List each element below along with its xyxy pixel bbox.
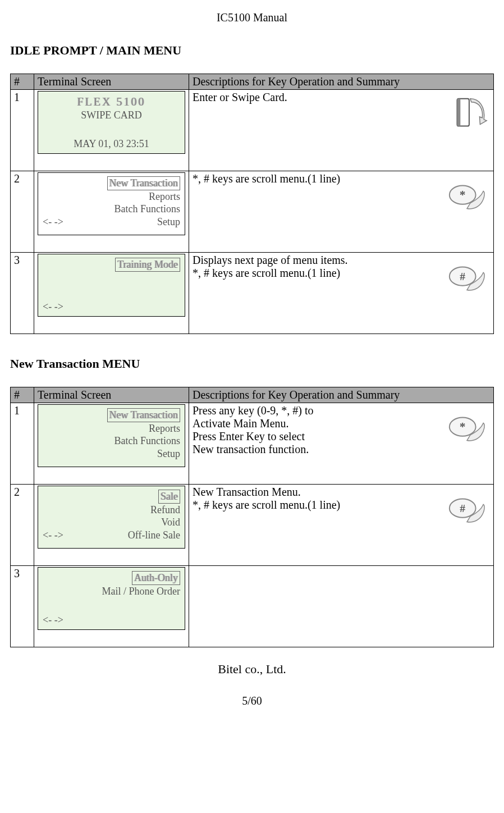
row-number: 1 (11, 403, 34, 485)
idle-prompt-table: # Terminal Screen Descriptions for Key O… (10, 74, 494, 334)
table-header-row: # Terminal Screen Descriptions for Key O… (11, 74, 494, 90)
new-transaction-table: # Terminal Screen Descriptions for Key O… (10, 387, 494, 647)
svg-text:*: * (460, 420, 466, 433)
table-row: 2 New Transaction Reports Batch Function… (11, 171, 494, 253)
svg-text:#: # (460, 271, 465, 282)
star-key-press-icon: * (444, 175, 490, 221)
terminal-highlighted: New Transaction (107, 408, 181, 422)
terminal-nav-arrows: <- -> (43, 300, 180, 313)
description-cell: Displays next page of menu items. *, # k… (189, 253, 494, 334)
table-row: 3 Auth-Only Mail / Phone Order <- -> (11, 566, 494, 647)
header-desc: Descriptions for Key Operation and Summa… (189, 74, 494, 90)
terminal-screen: New Transaction Reports Batch Functions … (38, 172, 185, 235)
terminal-line: Refund (43, 504, 180, 517)
terminal-screen-cell: New Transaction Reports Batch Functions … (34, 403, 189, 485)
header-screen: Terminal Screen (34, 387, 189, 403)
terminal-screen-cell: Training Mode <- -> (34, 253, 189, 334)
row-number: 2 (11, 485, 34, 566)
terminal-screen: Auth-Only Mail / Phone Order <- -> (38, 567, 185, 630)
terminal-line: SWIPE CARD (43, 109, 180, 122)
description-text: Enter or Swipe Card. (193, 91, 441, 104)
table-row: 1 New Transaction Reports Batch Function… (11, 403, 494, 485)
hash-key-press-icon: # (444, 256, 490, 302)
header-desc: Descriptions for Key Operation and Summa… (189, 387, 494, 403)
description-text: Press any key (0-9, *, #) to Activate Ma… (193, 404, 441, 456)
star-key-press-icon: * (444, 406, 490, 453)
header-screen: Terminal Screen (34, 74, 189, 90)
terminal-title: FLEX 5100 (77, 95, 146, 108)
terminal-screen: Sale Refund Void <- -> Off-line Sale (38, 486, 185, 549)
terminal-line: MAY 01, 03 23:51 (43, 138, 180, 150)
terminal-nav-arrows: <- -> (43, 216, 63, 229)
terminal-line: Mail / Phone Order (43, 585, 180, 598)
svg-text:*: * (460, 188, 466, 202)
terminal-line: Off-line Sale (128, 529, 180, 542)
terminal-line: Batch Functions (43, 435, 180, 447)
svg-text:#: # (460, 503, 465, 514)
svg-rect-1 (457, 99, 460, 126)
description-cell: New Transaction Menu. *, # keys are scro… (189, 485, 494, 566)
section-heading-new-transaction: New Transaction MENU (10, 357, 494, 371)
terminal-nav-arrows: <- -> (43, 614, 180, 627)
description-cell: *, # keys are scroll menu.(1 line) * (189, 171, 494, 253)
header-num: # (11, 387, 34, 403)
table-row: 1 FLEX 5100 SWIPE CARD MAY 01, 03 23:51 … (11, 90, 494, 171)
table-row: 2 Sale Refund Void <- -> Off-line Sale N… (11, 485, 494, 566)
swipe-card-icon (444, 93, 490, 139)
row-number: 3 (11, 253, 34, 334)
terminal-line: Reports (43, 422, 180, 435)
row-number: 3 (11, 566, 34, 647)
description-cell: Enter or Swipe Card. (189, 90, 494, 171)
row-number: 2 (11, 171, 34, 253)
hash-key-press-icon: # (444, 488, 490, 534)
terminal-screen: Training Mode <- -> (38, 254, 185, 317)
description-text: New Transaction Menu. *, # keys are scro… (193, 486, 441, 511)
description-cell (189, 566, 494, 647)
terminal-screen-cell: New Transaction Reports Batch Functions … (34, 171, 189, 253)
terminal-screen-cell: FLEX 5100 SWIPE CARD MAY 01, 03 23:51 (34, 90, 189, 171)
terminal-highlighted: Auth-Only (132, 571, 180, 585)
terminal-screen: FLEX 5100 SWIPE CARD MAY 01, 03 23:51 (38, 91, 185, 154)
document-title: IC5100 Manual (10, 11, 494, 24)
description-text: *, # keys are scroll menu.(1 line) (193, 172, 441, 185)
terminal-screen: New Transaction Reports Batch Functions … (38, 404, 185, 467)
table-row: 3 Training Mode <- -> Displays next page… (11, 253, 494, 334)
terminal-highlighted: Training Mode (115, 258, 180, 272)
terminal-screen-cell: Sale Refund Void <- -> Off-line Sale (34, 485, 189, 566)
terminal-nav-arrows: <- -> (43, 529, 63, 542)
page-number: 5/60 (10, 695, 494, 707)
table-header-row: # Terminal Screen Descriptions for Key O… (11, 387, 494, 403)
terminal-line: Setup (157, 216, 180, 229)
row-number: 1 (11, 90, 34, 171)
footer-company: Bitel co., Ltd. (10, 662, 494, 677)
terminal-line: Setup (43, 447, 180, 460)
terminal-screen-cell: Auth-Only Mail / Phone Order <- -> (34, 566, 189, 647)
terminal-highlighted: New Transaction (107, 176, 181, 190)
section-heading-idle: IDLE PROMPT / MAIN MENU (10, 43, 494, 58)
description-cell: Press any key (0-9, *, #) to Activate Ma… (189, 403, 494, 485)
terminal-highlighted: Sale (158, 490, 180, 504)
description-text: Displays next page of menu items. *, # k… (193, 254, 441, 280)
terminal-line: Reports (43, 190, 180, 203)
terminal-line: Void (43, 516, 180, 529)
terminal-line: Batch Functions (43, 203, 180, 216)
header-num: # (11, 74, 34, 90)
